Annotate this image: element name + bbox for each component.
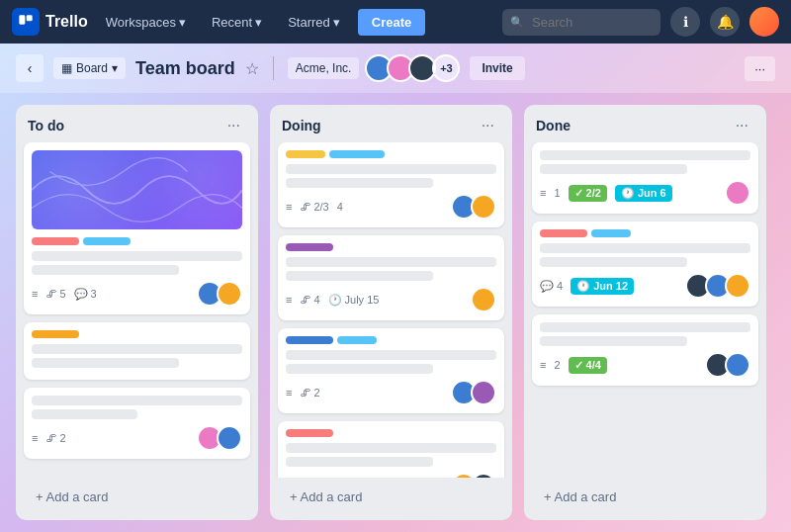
meta-attachments: 🖇 5 [45, 288, 65, 300]
add-card-done[interactable]: + Add a card [532, 482, 758, 512]
description-icon: ≡ [286, 201, 292, 213]
meta-description: ≡ [540, 359, 546, 371]
card-avatar [217, 281, 242, 307]
add-card-todo[interactable]: + Add a card [24, 482, 250, 512]
comment-icon: 💬 [540, 280, 554, 293]
chevron-left-icon: ‹ [28, 60, 33, 76]
card-doing-3[interactable]: ≡ 🖇 2 [278, 328, 504, 413]
workspaces-menu[interactable]: Workspaces ▾ [98, 11, 194, 34]
card-avatars [451, 380, 496, 405]
date-badge: 🕐 Jun 6 [615, 185, 672, 202]
tag [286, 150, 325, 158]
column-menu-todo[interactable]: ··· [221, 115, 246, 136]
card-title-line2 [32, 409, 137, 419]
card-doing-1[interactable]: ≡ 🖇 2/3 4 [278, 142, 504, 227]
search-bar[interactable] [502, 9, 660, 36]
card-title-line1 [286, 443, 496, 453]
card-meta: ≡ 🖇 5 💬 3 [32, 288, 97, 301]
card-footer: 💬 4 🕐 Jun 12 [540, 273, 750, 299]
tag [286, 429, 333, 437]
info-button[interactable]: ℹ [670, 7, 700, 37]
attachment-count: 2 [313, 387, 319, 399]
user-avatar[interactable] [749, 7, 779, 37]
card-todo-3[interactable]: ≡ 🖇 2 [24, 388, 250, 459]
card-doing-2[interactable]: ≡ 🖇 4 🕐 July 15 [278, 235, 504, 320]
cards-doing: ≡ 🖇 2/3 4 [270, 142, 512, 478]
column-title-doing: Doing [282, 118, 321, 133]
attachment-icon: 🖇 [300, 387, 310, 399]
meta-checklist-raw: 1 [554, 187, 560, 199]
card-title-line2 [286, 364, 433, 374]
meta-attachments: 🖇 2 [300, 387, 319, 399]
board-header: ‹ ▦ Board ▾ Team board ☆ Acme, Inc. +3 I… [0, 44, 791, 93]
tag [591, 229, 631, 237]
meta-description: ≡ [32, 432, 38, 444]
add-card-doing[interactable]: + Add a card [278, 482, 504, 512]
board-type-badge[interactable]: ▦ Board ▾ [53, 57, 126, 79]
tag [286, 243, 333, 251]
card-avatars [451, 473, 496, 478]
workspace-badge[interactable]: Acme, Inc. [288, 57, 360, 79]
checklist-raw: 1 [554, 187, 560, 199]
attachment-count: 5 [59, 288, 65, 300]
column-menu-doing[interactable]: ··· [476, 115, 500, 136]
card-meta: 💬 4 🕐 Jun 12 [540, 278, 634, 295]
chevron-down-icon: ▾ [333, 15, 340, 30]
notifications-button[interactable]: 🔔 [710, 7, 740, 37]
card-todo-1[interactable]: ≡ 🖇 5 💬 3 [24, 142, 250, 314]
meta-date: 🕐 July 15 [328, 294, 380, 307]
card-avatar [471, 194, 496, 220]
card-todo-2[interactable] [24, 322, 250, 380]
card-done-3[interactable]: ≡ 2 ✓ 4/4 [532, 314, 758, 386]
column-title-todo: To do [28, 118, 64, 133]
card-doing-4[interactable]: ≡ 🖇 4 💬 4 [278, 421, 504, 478]
more-options-button[interactable]: ··· [745, 56, 775, 81]
search-input[interactable] [502, 9, 660, 36]
cards-done: ≡ 1 ✓ 2/2 🕐 Jun 6 [524, 142, 766, 478]
card-title-line2 [32, 358, 179, 368]
app-logo[interactable]: Trello [12, 8, 88, 36]
card-title-line2 [540, 164, 687, 174]
cards-todo: ≡ 🖇 5 💬 3 [16, 142, 258, 478]
card-tags [540, 229, 750, 237]
create-button[interactable]: Create [358, 9, 425, 36]
card-avatars [705, 352, 750, 378]
comment-count: 3 [91, 288, 97, 300]
column-menu-done[interactable]: ··· [730, 115, 754, 136]
card-tags [286, 150, 496, 158]
recent-menu[interactable]: Recent ▾ [204, 11, 270, 34]
card-done-2[interactable]: 💬 4 🕐 Jun 12 [532, 222, 758, 307]
card-avatar [471, 380, 496, 405]
card-tags [286, 243, 496, 251]
member-count-badge[interactable]: +3 [432, 54, 460, 82]
card-title-line1 [540, 150, 750, 160]
card-done-1[interactable]: ≡ 1 ✓ 2/2 🕐 Jun 6 [532, 142, 758, 214]
clock-icon: 🕐 [328, 294, 342, 307]
card-footer: ≡ 🖇 4 💬 4 [286, 473, 496, 478]
meta-checklist: 🖇 4 [300, 294, 319, 306]
card-avatar [725, 273, 750, 299]
column-done: Done ··· ≡ 1 ✓ 2/2 🕐 Jun 6 [524, 105, 766, 520]
card-footer: ≡ 🖇 4 🕐 July 15 [286, 287, 496, 312]
description-icon: ≡ [286, 387, 292, 399]
star-button[interactable]: ☆ [245, 59, 259, 78]
checklist-badge: ✓ 4/4 [569, 357, 607, 374]
card-avatar [471, 473, 496, 478]
tag [329, 150, 385, 158]
card-avatar [471, 287, 496, 312]
card-meta: ≡ 1 ✓ 2/2 🕐 Jun 6 [540, 185, 672, 202]
back-button[interactable]: ‹ [16, 54, 44, 82]
card-footer: ≡ 🖇 2 [32, 425, 242, 451]
card-footer: ≡ 2 ✓ 4/4 [540, 352, 750, 378]
card-title-line1 [286, 257, 496, 267]
starred-menu[interactable]: Starred ▾ [280, 11, 348, 34]
description-icon: ≡ [32, 432, 38, 444]
card-meta: ≡ 🖇 2/3 4 [286, 201, 343, 213]
card-avatars [685, 273, 750, 299]
divider [273, 56, 274, 80]
invite-button[interactable]: Invite [470, 56, 524, 80]
logo-icon [12, 8, 40, 36]
checklist-badge: ✓ 2/2 [569, 185, 607, 202]
card-tags [32, 237, 242, 245]
comment-count: 4 [557, 280, 563, 292]
